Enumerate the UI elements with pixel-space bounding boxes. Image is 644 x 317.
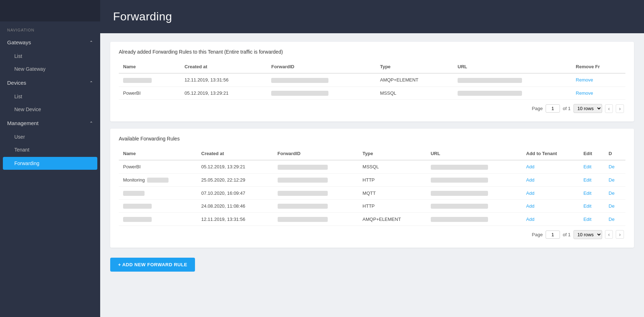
cell-edit[interactable]: Edit [579,187,604,200]
cell-add[interactable]: Add [522,199,579,213]
sidebar-item-devices-list[interactable]: List [0,90,100,103]
cell-delete[interactable]: De [604,160,625,173]
cell-forwardid: ██████████████ [273,187,358,200]
sidebar-item-user[interactable]: User [0,130,100,143]
edit-link[interactable]: Edit [584,190,591,196]
cell-edit[interactable]: Edit [579,160,604,173]
edit-link[interactable]: Edit [584,217,591,222]
table-row: PowerBI05.12.2019, 13:29:21█████████████… [119,160,625,173]
sidebar-item-gateways-list[interactable]: List [0,50,100,63]
cell-type: MQTT [358,187,426,200]
next-page-added[interactable]: › [616,104,624,113]
cell-add[interactable]: Add [522,173,579,187]
cell-remove[interactable]: Remove [571,73,625,86]
cell-forwardid: ████████████████ [267,86,376,100]
add-link[interactable]: Add [526,217,535,222]
sidebar-group-management[interactable]: Management ⌃ [0,116,100,130]
cell-edit[interactable]: Edit [579,213,604,226]
rows-select-avail[interactable]: 10 rows 25 rows 50 rows [574,230,602,239]
col-name-avail: Name [119,147,197,160]
col-add-tenant: Add to Tenant [522,147,579,160]
cell-name: ████████ [119,213,197,226]
table-row: ████████07.10.2020, 16:09:47████████████… [119,187,625,200]
prev-page-avail[interactable]: ‹ [605,230,613,239]
cell-created-at: 05.12.2019, 13:29:21 [180,86,267,100]
cell-add[interactable]: Add [522,213,579,226]
sidebar-item-gateways-new[interactable]: New Gateway [0,63,100,75]
col-created-avail: Created at [197,147,273,160]
cell-created-at: 07.10.2020, 16:09:47 [197,187,273,200]
delete-link[interactable]: De [609,177,615,183]
available-rules-card: Available Forwarding Rules Name Created … [110,129,634,248]
add-link[interactable]: Add [526,177,535,183]
sidebar-group-gateways[interactable]: Gateways ⌃ [0,35,100,50]
added-rules-card: Already added Forwarding Rules to this T… [110,42,634,122]
page-label-avail: Page [532,232,543,237]
cell-created-at: 12.11.2019, 13:31:56 [197,213,273,226]
nav-section-label: Navigation [0,21,100,35]
sidebar-group-gateways-label: Gateways [7,39,31,45]
cell-created-at: 05.12.2019, 13:29:21 [197,160,273,173]
cell-type: MSSQL [376,86,453,100]
cell-created-at: 24.08.2020, 11:08:46 [197,199,273,213]
next-page-avail[interactable]: › [616,230,624,239]
col-remove-added: Remove Fr [571,60,625,73]
delete-link[interactable]: De [609,217,615,222]
edit-link[interactable]: Edit [584,164,591,169]
edit-link[interactable]: Edit [584,177,591,183]
chevron-up-icon: ⌃ [89,40,93,45]
cell-remove[interactable]: Remove [571,86,625,100]
cell-delete[interactable]: De [604,199,625,213]
edit-link[interactable]: Edit [584,203,591,209]
cell-delete[interactable]: De [604,213,625,226]
page-title: Forwarding [113,10,631,23]
delete-link[interactable]: De [609,190,615,196]
add-link[interactable]: Add [526,164,535,169]
cell-forwardid: ██████████████ [273,160,358,173]
added-rules-table: Name Created at ForwardID Type URL Remov… [119,60,625,100]
cell-delete[interactable]: De [604,187,625,200]
sidebar-item-tenant[interactable]: Tenant [0,143,100,156]
cell-type: HTTP [358,199,426,213]
cell-edit[interactable]: Edit [579,173,604,187]
remove-link[interactable]: Remove [576,77,593,83]
sidebar-item-devices-new[interactable]: New Device [0,103,100,116]
cell-edit[interactable]: Edit [579,199,604,213]
prev-page-added[interactable]: ‹ [605,104,613,113]
col-delete-avail: D [604,147,625,160]
cell-url: ██████████████████ [453,86,571,100]
add-link[interactable]: Add [526,190,535,196]
sidebar-group-devices[interactable]: Devices ⌃ [0,75,100,90]
table-row: PowerBI05.12.2019, 13:29:21█████████████… [119,86,625,100]
col-forwardid-added: ForwardID [267,60,376,73]
cell-url: ██████████████████ [453,73,571,86]
cell-type: MSSQL [358,160,426,173]
rows-select-added[interactable]: 10 rows 25 rows 50 rows [574,104,602,113]
cell-created-at: 25.05.2020, 22:12:29 [197,173,273,187]
delete-link[interactable]: De [609,203,615,209]
cell-add[interactable]: Add [522,160,579,173]
page-input-avail[interactable] [546,231,560,239]
cell-url: ████████████████ [426,213,522,226]
cell-forwardid: ██████████████ [273,199,358,213]
cell-name: ████████ [119,73,180,86]
col-edit-avail: Edit [579,147,604,160]
available-rules-pagination: Page of 1 10 rows 25 rows 50 rows ‹ › [119,226,625,241]
cell-forwardid: ██████████████ [273,173,358,187]
cell-type: AMQP+ELEMENT [376,73,453,86]
add-forward-rule-button[interactable]: + ADD NEW FORWARD RULE [110,258,195,272]
table-row: ████████12.11.2019, 13:31:56████████████… [119,73,625,86]
delete-link[interactable]: De [609,164,615,169]
topbar: Forwarding [100,0,644,33]
page-input-added[interactable] [546,104,560,113]
sidebar-item-forwarding[interactable]: Forwarding [3,157,97,170]
cell-forwardid: ████████████████ [267,73,376,86]
chevron-up-icon-management: ⌃ [89,121,93,126]
remove-link[interactable]: Remove [576,90,593,96]
cell-url: ████████████████ [426,173,522,187]
cell-name: ████████ [119,187,197,200]
col-type-added: Type [376,60,453,73]
cell-add[interactable]: Add [522,187,579,200]
add-link[interactable]: Add [526,203,535,209]
cell-delete[interactable]: De [604,173,625,187]
